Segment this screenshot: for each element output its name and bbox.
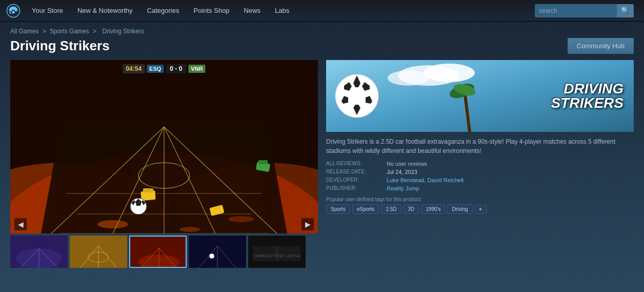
nav-news[interactable]: News: [237, 0, 268, 22]
page-title: Driving Strikers: [10, 38, 110, 54]
banner-title: DRIVING STRIKERS: [551, 82, 623, 110]
svg-point-25: [97, 220, 128, 228]
search-box: 🔍: [535, 4, 634, 17]
svg-point-47: [209, 254, 214, 259]
release-value: Jul 24, 2023: [387, 169, 417, 175]
thumbnail-4[interactable]: [189, 236, 246, 268]
developer-value[interactable]: Luke Benstead, David Reichelt: [387, 177, 464, 183]
field-lines-svg: [10, 60, 318, 233]
info-table: ALL REVIEWS: No user reviews RELEASE DAT…: [326, 161, 634, 191]
info-row-reviews: ALL REVIEWS: No user reviews: [326, 161, 634, 167]
media-section: 04:54 ESQ 0 - 0 VNR ◀ ▶: [10, 60, 634, 268]
tags-intro-label: Popular user-defined tags for this produ…: [326, 197, 634, 202]
tag-esports[interactable]: eSports: [352, 204, 379, 214]
hud-score: 0 - 0: [166, 64, 186, 73]
right-info: DRIVING STRIKERS Driving Strikers is a 2…: [326, 60, 634, 268]
info-row-developer: DEVELOPER: Luke Benstead, David Reichelt: [326, 177, 634, 183]
page-header: Driving Strikers Community Hub: [10, 38, 634, 54]
breadcrumb-separator-1: >: [43, 28, 48, 35]
svg-point-26: [228, 216, 254, 222]
search-button[interactable]: 🔍: [617, 4, 634, 17]
tag-2-5d[interactable]: 2.5D: [381, 204, 401, 214]
hud-team1: ESQ: [147, 65, 164, 73]
publisher-label: PUBLISHER:: [326, 185, 383, 191]
screenshot-prev-button[interactable]: ◀: [14, 218, 27, 230]
release-label: RELEASE DATE:: [326, 169, 383, 175]
tags-section: Popular user-defined tags for this produ…: [326, 197, 634, 214]
thumbnail-3[interactable]: [129, 236, 187, 268]
search-icon: 🔍: [621, 7, 630, 14]
thumbnail-5[interactable]: COBBLESTONE CASTLE: [248, 236, 306, 268]
svg-rect-19: [258, 160, 268, 164]
tags-row: Sports eSports 2.5D 3D 1990's Driving +: [326, 204, 634, 214]
thumb-1-svg: [10, 236, 68, 268]
tag-more-button[interactable]: +: [475, 205, 487, 214]
nav-categories[interactable]: Categories: [140, 0, 187, 22]
banner-soccer-ball: [334, 73, 380, 121]
screenshot-next-button[interactable]: ▶: [301, 218, 314, 230]
nav-points-shop[interactable]: Points Shop: [186, 0, 236, 22]
tag-driving[interactable]: Driving: [447, 204, 472, 214]
banner-title-line1: DRIVING: [551, 82, 623, 96]
publisher-value[interactable]: Reality Jump: [387, 185, 419, 191]
svg-text:COBBLESTONE CASTLE: COBBLESTONE CASTLE: [253, 254, 300, 258]
hud-timer: 04:54: [123, 64, 145, 73]
steam-logo[interactable]: [5, 3, 22, 19]
thumbnails-row: COBBLESTONE CASTLE: [10, 236, 318, 268]
hud-overlay: 04:54 ESQ 0 - 0 VNR: [123, 64, 205, 73]
svg-point-55: [388, 70, 429, 86]
reviews-value: No user reviews: [387, 161, 427, 167]
thumb-5-svg: COBBLESTONE CASTLE: [248, 236, 306, 268]
game-banner: DRIVING STRIKERS: [326, 60, 634, 132]
thumb-4-svg: [189, 236, 246, 268]
info-row-publisher: PUBLISHER: Reality Jump: [326, 185, 634, 191]
breadcrumb-all-games[interactable]: All Games: [10, 28, 38, 35]
tag-3d[interactable]: 3D: [404, 204, 419, 214]
community-hub-button[interactable]: Community Hub: [568, 38, 634, 54]
left-media: 04:54 ESQ 0 - 0 VNR ◀ ▶: [10, 60, 318, 268]
nav-your-store[interactable]: Your Store: [25, 0, 70, 22]
thumb-2-svg: [70, 236, 127, 268]
nav-labs[interactable]: Labs: [268, 0, 296, 22]
banner-title-line2: STRIKERS: [551, 96, 623, 110]
tag-1990s[interactable]: 1990's: [421, 204, 445, 214]
svg-rect-17: [143, 188, 153, 192]
svg-point-1: [12, 11, 15, 14]
breadcrumb: All Games > Sports Games > Driving Strik…: [10, 28, 634, 35]
breadcrumb-sports-games[interactable]: Sports Games: [50, 28, 89, 35]
navigation-bar: Your Store New & Noteworthy Categories P…: [0, 0, 644, 22]
breadcrumb-separator-2: >: [93, 28, 98, 35]
svg-point-54: [424, 64, 475, 82]
tag-sports[interactable]: Sports: [326, 204, 350, 214]
thumbnail-2[interactable]: [70, 236, 127, 268]
nav-new-noteworthy[interactable]: New & Noteworthy: [70, 0, 140, 22]
main-content: All Games > Sports Games > Driving Strik…: [0, 22, 644, 292]
search-input[interactable]: [535, 5, 617, 16]
reviews-label: ALL REVIEWS:: [326, 161, 383, 167]
thumb-3-svg: [130, 237, 187, 268]
screenshot-background: 04:54 ESQ 0 - 0 VNR: [10, 60, 318, 233]
breadcrumb-current: Driving Strikers: [102, 28, 144, 35]
developer-label: DEVELOPER:: [326, 177, 383, 183]
main-screenshot[interactable]: 04:54 ESQ 0 - 0 VNR ◀ ▶: [10, 60, 318, 233]
info-row-release: RELEASE DATE: Jul 24, 2023: [326, 169, 634, 175]
svg-point-27: [179, 227, 200, 232]
hud-team2: VNR: [188, 65, 205, 73]
thumbnail-1[interactable]: [10, 236, 68, 268]
game-description: Driving Strikers is a 2.5D car football …: [326, 137, 634, 155]
